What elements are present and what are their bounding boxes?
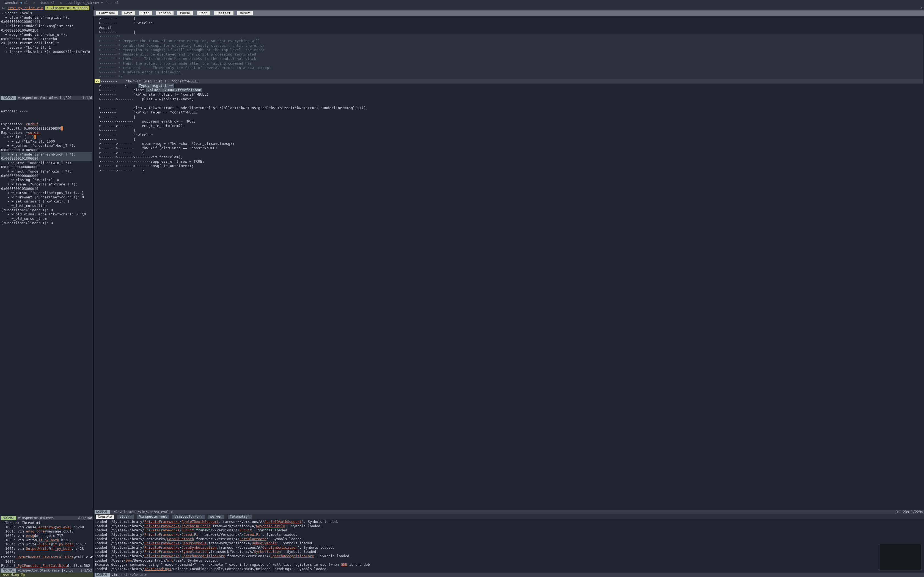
variable-row[interactable]: ck (most recent call last):" (1, 41, 92, 45)
file-tab-1[interactable]: 4+ test_py_raise.vim (0, 6, 45, 10)
step-button[interactable]: Step (139, 11, 152, 15)
code-line[interactable]: >------- { (95, 30, 923, 34)
watches-pane[interactable]: Watches: ---- Expression: curbuf + Resul… (0, 100, 93, 516)
stack-frame-row[interactable]: 1006: Python!_PyMethodDef_RawFastCallDic… (1, 551, 92, 559)
watch-row[interactable]: - w_last_cursorline ("underline">linenr_… (1, 204, 92, 212)
console-pane[interactable]: Loaded '/System/Library/PrivateFramework… (94, 519, 924, 572)
next-button[interactable]: Next (121, 11, 135, 15)
terminal-tab-2[interactable]: bash ⌘2 (37, 1, 58, 5)
picture-in-picture-preview[interactable] (879, 544, 922, 571)
watch-row[interactable]: - Result: {...} (1, 135, 92, 139)
tab-stderr[interactable]: stderr (118, 515, 134, 519)
watch-row[interactable]: - w_id ("kw">int): 1000 (1, 139, 92, 144)
code-line[interactable]: >------- * exception is caught; if still… (95, 48, 923, 52)
code-line[interactable]: >------- * message will be displayed and… (95, 52, 923, 56)
code-line[interactable]: >------- * Prepare the throw of an error… (95, 39, 923, 43)
code-line[interactable]: >------- "kw">while (*plist != "const">N… (95, 92, 923, 97)
code-line[interactable]: >------- "kw">else (95, 21, 923, 25)
code-line[interactable]: #endif (95, 26, 923, 30)
reset-button[interactable]: Reset (237, 11, 253, 15)
code-line[interactable]: >------->------- elem->msg = ("kw">char … (95, 142, 923, 146)
console-line: Execute debugger commands using "-exec <… (95, 562, 923, 567)
code-line[interactable]: >------- * returned. - Throw only the fi… (95, 66, 923, 70)
code-line[interactable]: >------->------- emsg(_(e_outofmem)); (95, 124, 923, 128)
stack-frame-row[interactable]: 1005: vim!OutputWrite@if_py_both.h:428 (1, 546, 92, 551)
code-line[interactable]: >------->------->-------emsg(_(e_outofme… (95, 164, 923, 168)
watch-row[interactable]: - w_old_visual_mode ("kw">char): 0 '\0' (1, 212, 92, 216)
stack-frame-row[interactable]: 1001: vim!emsg_core@message.c:618 (1, 529, 92, 533)
tab-divider-icon: × (58, 1, 63, 5)
tab-telemetry[interactable]: Telemetry* (228, 515, 252, 519)
code-line[interactable]: >------- "kw">else (95, 133, 923, 137)
variable-row[interactable]: + ignore ("kw">int *): 0x00007ffeefbf9a7… (1, 50, 92, 54)
variable-row[interactable]: - Scope: Locals (1, 11, 92, 15)
code-pane[interactable]: >------- } >------- "kw">else #endif >--… (94, 16, 924, 510)
close-tab-icon[interactable]: X (919, 6, 924, 10)
code-line[interactable]: >------- * a severe error is following. (95, 70, 923, 74)
code-line[interactable] (95, 102, 923, 106)
terminal-tab-1[interactable]: weechat ● ⌘1 (1, 1, 32, 5)
code-line[interactable]: ->>------- "kw">if (msg_list != "const">… (95, 79, 923, 84)
variables-pane[interactable]: - Scope: Locals + elem ("underline">msgl… (0, 10, 93, 96)
watch-row[interactable]: + Result: 0x0000000101809800 (1, 126, 92, 131)
stack-frame-row[interactable]: 1004: vim!write_output@if_py_both.h:417 (1, 542, 92, 546)
pause-button[interactable]: Pause (178, 11, 193, 15)
file-tab-2[interactable]: 5 vimspector.Watches (45, 6, 90, 10)
code-line[interactable]: >------- } (95, 16, 923, 21)
code-line[interactable]: >------- { (95, 115, 923, 119)
code-line[interactable]: >------- "kw">if (elem == "const">NULL) (95, 110, 923, 114)
code-line[interactable]: >------- * be aborted (except for execut… (95, 44, 923, 48)
code-line[interactable]: >------- * then. - This function has no … (95, 56, 923, 61)
watches-statusbar: NORMAL vimspector.Watches 8:1/108 (0, 516, 93, 520)
code-line[interactable]: >------- { Type: msglist ** (95, 84, 923, 88)
code-line[interactable]: >------->------->-------suppress_errthro… (95, 160, 923, 164)
code-line[interactable]: >------- */ (95, 74, 923, 79)
code-line[interactable]: >------- } (95, 128, 923, 132)
code-line[interactable]: >------->------- } (95, 168, 923, 173)
watch-row[interactable]: - w_old_cursor_lnum ("underline">linenr_… (1, 216, 92, 225)
stacktrace-pane[interactable]: - Thread: Thread #1 1000: vim!cause_errt… (0, 520, 93, 568)
code-line[interactable]: >------- plist Value: 0x00007ffeefbfaba8 (95, 88, 923, 92)
watch-row[interactable]: - w_set_curswant ("kw">int): 1 (1, 199, 92, 204)
finish-button[interactable]: Finish (156, 11, 173, 15)
code-line[interactable]: >------- { (95, 137, 923, 142)
console-line: Loaded '/System/Library/PrivateFramework… (95, 550, 923, 554)
code-line[interactable]: >-------/* (95, 34, 923, 39)
watch-row[interactable]: + w_s ("underline">synblock_T *): 0x0000… (1, 152, 92, 161)
watch-row[interactable]: + w_cursor ("underline">pos_T): {...} (1, 191, 92, 195)
tab-server[interactable]: server (208, 515, 224, 519)
watch-row[interactable]: + w_frame ("underline">frame_T *): 0x000… (1, 182, 92, 191)
tab-vimspector-out[interactable]: Vimspector-out (137, 515, 169, 519)
tab-console[interactable]: Console (96, 515, 114, 519)
watch-row[interactable]: + w_prev ("underline">win_T *): 0x000000… (1, 161, 92, 169)
stack-frame-row[interactable]: 1007: Python!_PyCFunction_FastCallDict@c… (1, 559, 92, 568)
variable-row[interactable]: + elem ("underline">msglist *): 0x000000… (1, 15, 92, 24)
code-line[interactable]: >------->------->-------vim_free(elem); (95, 155, 923, 160)
tab-vimspector-err[interactable]: Vimspector-err (173, 515, 205, 519)
watch-row[interactable]: + w_buffer ("underline">buf_T *): 0x0000… (1, 143, 92, 152)
code-line[interactable]: >------- elem = ("kw">struct "underline"… (95, 106, 923, 110)
stack-frame-row[interactable]: 1000: vim!cause_errthrow@ex_eval.c:248 (1, 525, 92, 529)
code-line[interactable]: >------->------- suppress_errthrow = TRU… (95, 119, 923, 124)
code-line[interactable]: >------->------- { (95, 151, 923, 155)
code-line[interactable]: >------- * Thus, the actual throw is mad… (95, 61, 923, 66)
watch-row[interactable]: Expression: *curwin (1, 131, 92, 135)
stack-frame-row[interactable]: 1003: vim!write@if_py_both.h:389 (1, 538, 92, 542)
watch-row[interactable]: - w_closing ("kw">int): 0 (1, 178, 92, 182)
code-line[interactable]: >------->------- "kw">if (elem->msg == "… (95, 146, 923, 150)
variable-row[interactable]: + mesg ("underline">char_u *): 0x0000000… (1, 32, 92, 41)
terminal-tab-3[interactable]: configure_vimenv + (... ⌘3 (63, 1, 123, 5)
buffer-name: vimspector.Watches (18, 516, 53, 520)
stack-frame-row[interactable]: - Thread: Thread #1 (1, 521, 92, 525)
code-line[interactable]: >------->------- plist = &(*plist)->next… (95, 97, 923, 102)
variable-row[interactable]: - severe ("kw">int): 1 (1, 45, 92, 50)
stack-frame-row[interactable]: 1002: vim!emsg@message.c:717 (1, 533, 92, 538)
stop-button[interactable]: Stop (197, 11, 210, 15)
restart-button[interactable]: Restart (214, 11, 233, 15)
mode-indicator: NORMAL (1, 569, 16, 572)
watch-row[interactable]: + w_next ("underline">win_T *): 0x000000… (1, 169, 92, 178)
watch-row[interactable]: Expression: curbuf (1, 122, 92, 126)
continue-button[interactable]: Continue (96, 11, 118, 15)
watch-row[interactable]: - w_curswant ("underline">colnr_T): 0 (1, 195, 92, 200)
variable-row[interactable]: + plist ("underline">msglist **): 0x0000… (1, 24, 92, 32)
